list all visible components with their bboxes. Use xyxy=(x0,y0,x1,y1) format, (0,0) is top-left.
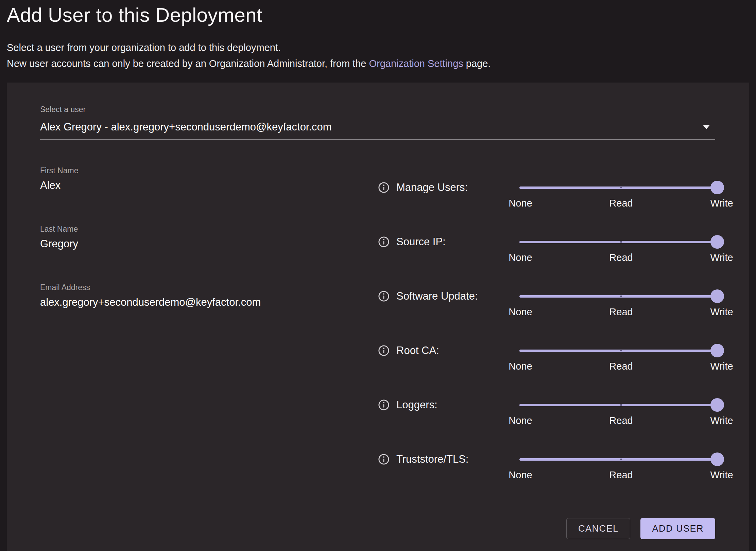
info-icon[interactable] xyxy=(378,399,390,411)
permissions-list: Manage Users: None Read Write xyxy=(378,181,723,507)
email-value: alex.gregory+seconduserdemo@keyfactor.co… xyxy=(40,296,346,309)
permission-slider: None Read Write xyxy=(519,398,723,428)
slider-option-read: Read xyxy=(609,415,633,426)
permission-label: Root CA: xyxy=(396,344,439,357)
email-field: Email Address alex.gregory+seconduserdem… xyxy=(40,283,346,309)
user-select-label: Select a user xyxy=(40,105,715,114)
slider-thumb[interactable] xyxy=(710,398,724,412)
cancel-button[interactable]: CANCEL xyxy=(566,518,631,539)
permission-slider-track[interactable] xyxy=(519,398,723,412)
permission-row-manage-users: Manage Users: None Read Write xyxy=(378,181,723,211)
permission-slider: None Read Write xyxy=(519,235,723,265)
info-icon[interactable] xyxy=(378,345,390,356)
user-fields: First Name Alex Last Name Gregory Email … xyxy=(40,166,346,341)
slider-thumb[interactable] xyxy=(710,235,724,249)
page-subtitle: Select a user from your organization to … xyxy=(7,40,749,72)
first-name-value: Alex xyxy=(40,179,346,192)
permission-slider: None Read Write xyxy=(519,452,723,482)
dialog-actions: CANCEL ADD USER xyxy=(566,518,715,539)
last-name-value: Gregory xyxy=(40,237,346,251)
permission-row-root-ca: Root CA: None Read Write xyxy=(378,344,723,374)
subtitle-line-2: New user accounts can only be created by… xyxy=(7,56,749,72)
slider-thumb[interactable] xyxy=(710,289,724,303)
slider-option-none: None xyxy=(509,306,532,318)
permission-label: Truststore/TLS: xyxy=(396,453,468,465)
permission-label: Loggers: xyxy=(396,399,437,411)
add-user-button[interactable]: ADD USER xyxy=(640,518,715,539)
slider-option-read: Read xyxy=(609,469,633,481)
permission-label: Manage Users: xyxy=(396,181,468,194)
slider-thumb[interactable] xyxy=(710,181,724,194)
slider-option-none: None xyxy=(509,469,532,481)
permission-row-truststore-tls: Truststore/TLS: None Read Write xyxy=(378,452,723,482)
slider-option-write: Write xyxy=(710,361,733,372)
permission-slider-track[interactable] xyxy=(519,452,723,466)
info-icon[interactable] xyxy=(378,182,390,193)
slider-thumb[interactable] xyxy=(710,344,724,357)
slider-option-read: Read xyxy=(609,252,633,263)
slider-option-write: Write xyxy=(710,469,733,481)
slider-option-read: Read xyxy=(609,361,633,372)
permission-slider-track[interactable] xyxy=(519,235,723,249)
chevron-down-icon xyxy=(703,125,710,129)
slider-option-none: None xyxy=(509,415,532,426)
info-icon[interactable] xyxy=(378,454,390,465)
page-header: Add User to this Deployment Select a use… xyxy=(7,0,749,72)
add-user-card: Select a user Alex Gregory - alex.gregor… xyxy=(7,83,749,551)
user-select-value: Alex Gregory - alex.gregory+seconduserde… xyxy=(40,121,332,133)
info-icon[interactable] xyxy=(378,290,390,302)
permission-slider-track[interactable] xyxy=(519,181,723,194)
email-label: Email Address xyxy=(40,283,346,292)
organization-settings-link[interactable]: Organization Settings xyxy=(369,58,463,69)
page-title: Add User to this Deployment xyxy=(7,3,749,26)
user-select-group: Select a user Alex Gregory - alex.gregor… xyxy=(40,105,715,140)
user-select[interactable]: Alex Gregory - alex.gregory+seconduserde… xyxy=(40,119,715,140)
slider-option-write: Write xyxy=(710,252,733,263)
subtitle-line-1: Select a user from your organization to … xyxy=(7,40,749,56)
permission-slider-track[interactable] xyxy=(519,344,723,357)
first-name-field: First Name Alex xyxy=(40,166,346,192)
permission-label: Source IP: xyxy=(396,236,446,248)
permission-row-software-update: Software Update: None Read Write xyxy=(378,289,723,319)
slider-option-read: Read xyxy=(609,198,633,209)
permission-label: Software Update: xyxy=(396,290,478,302)
first-name-label: First Name xyxy=(40,166,346,175)
info-icon[interactable] xyxy=(378,236,390,248)
permission-row-loggers: Loggers: None Read Write xyxy=(378,398,723,428)
permission-slider: None Read Write xyxy=(519,344,723,374)
slider-option-read: Read xyxy=(609,306,633,318)
slider-option-write: Write xyxy=(710,415,733,426)
slider-option-write: Write xyxy=(710,306,733,318)
slider-option-none: None xyxy=(509,198,532,209)
last-name-label: Last Name xyxy=(40,224,346,234)
permission-row-source-ip: Source IP: None Read Write xyxy=(378,235,723,265)
slider-option-none: None xyxy=(509,252,532,263)
permission-slider: None Read Write xyxy=(519,289,723,319)
slider-option-write: Write xyxy=(710,198,733,209)
last-name-field: Last Name Gregory xyxy=(40,224,346,251)
slider-option-none: None xyxy=(509,361,532,372)
permission-slider: None Read Write xyxy=(519,181,723,211)
permission-slider-track[interactable] xyxy=(519,289,723,303)
slider-thumb[interactable] xyxy=(710,452,724,466)
